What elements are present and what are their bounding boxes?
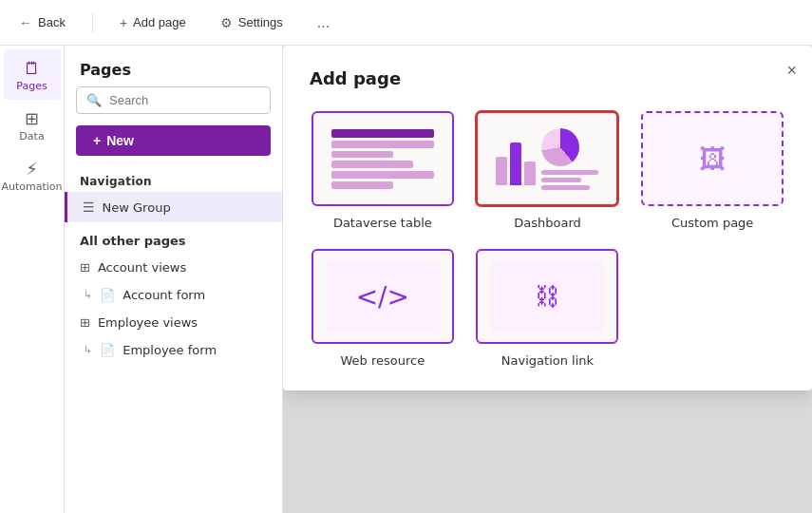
navlink-visual: ⛓ <box>490 261 604 332</box>
sidebar-item-data[interactable]: ⊞ Data <box>4 100 61 150</box>
dash-line-2 <box>541 178 581 182</box>
page-item-account-views[interactable]: ⊞ Account views <box>65 254 282 281</box>
settings-button[interactable]: ⚙ Settings <box>213 11 291 34</box>
back-button[interactable]: ← Back <box>11 11 73 34</box>
card-navlink-img: ⛓ <box>476 249 618 344</box>
sidebar-icons: 🗒 Pages ⊞ Data ⚡ Automation <box>0 46 65 513</box>
bar-3 <box>524 162 536 185</box>
dash-line-3 <box>541 185 590 190</box>
dv-row-4 <box>331 171 434 179</box>
grid-icon-1: ⊞ <box>80 260 90 275</box>
card-navlink-label: Navigation link <box>501 353 594 368</box>
new-button[interactable]: + New <box>76 125 271 156</box>
new-button-label: New <box>106 133 134 148</box>
search-input[interactable] <box>109 93 260 107</box>
modal-overlay: Add page × <box>283 46 812 513</box>
new-group-label: New Group <box>103 200 171 215</box>
separator <box>92 13 93 32</box>
pages-panel-title: Pages <box>65 46 282 86</box>
dash-lines <box>541 170 598 190</box>
custom-icon: 🖼 <box>699 143 726 175</box>
add-page-button[interactable]: + Add page <box>112 11 194 34</box>
card-dataverse-label: Dataverse table <box>333 216 432 230</box>
dv-row-1 <box>331 141 434 148</box>
card-web-img: </> <box>312 249 454 344</box>
gear-icon: ⚙ <box>220 15 233 30</box>
dv-row-5 <box>331 181 393 189</box>
page-item-employee-form[interactable]: ↳ 📄 Employee form <box>65 336 282 364</box>
top-bar: ← Back + Add page ⚙ Settings ... <box>0 0 812 46</box>
content-area: ☰ Add page × <box>283 46 812 513</box>
doc-icon-1: 📄 <box>100 288 115 302</box>
navlink-icon: ⛓ <box>535 282 559 311</box>
web-code-icon: </> <box>356 281 409 313</box>
grid-icon-2: ⊞ <box>80 315 90 330</box>
card-custom-label: Custom page <box>671 216 753 230</box>
dash-bars <box>496 133 536 185</box>
new-group-item[interactable]: ☰ New Group <box>65 192 282 222</box>
card-web-label: Web resource <box>340 353 425 368</box>
data-icon: ⊞ <box>22 107 43 128</box>
page-item-account-form[interactable]: ↳ 📄 Account form <box>65 281 282 309</box>
add-page-label: Add page <box>133 15 186 29</box>
web-visual: </> <box>326 261 440 332</box>
settings-label: Settings <box>238 15 283 29</box>
sub-icon-2: ↳ <box>84 344 92 356</box>
automation-icon: ⚡ <box>22 158 43 179</box>
employee-views-label: Employee views <box>98 315 198 330</box>
dash-visual <box>490 124 604 195</box>
account-form-label: Account form <box>123 288 205 302</box>
all-pages-label: All other pages <box>65 222 282 254</box>
card-web-resource[interactable]: </> Web resource <box>310 249 456 368</box>
card-custom-page[interactable]: 🖼 Custom page <box>639 111 785 230</box>
card-custom-img: 🖼 <box>641 111 784 206</box>
dv-row-2 <box>331 151 393 159</box>
card-nav-link[interactable]: ⛓ Navigation link <box>475 249 621 368</box>
employee-form-label: Employee form <box>123 343 217 357</box>
card-dataverse-img <box>312 111 454 206</box>
navigation-section-label: Navigation <box>65 167 282 192</box>
dv-table-visual <box>326 124 440 195</box>
card-dashboard[interactable]: Dashboard <box>475 111 621 230</box>
account-views-label: Account views <box>98 260 186 275</box>
sub-icon-1: ↳ <box>84 289 92 301</box>
modal-close-button[interactable]: × <box>786 61 797 81</box>
modal-grid: Dataverse table <box>310 111 785 368</box>
search-box[interactable]: 🔍 <box>76 86 271 114</box>
dash-line-1 <box>541 170 598 175</box>
back-label: Back <box>38 15 66 29</box>
pages-icon: 🗒 <box>22 57 43 78</box>
sidebar-item-pages[interactable]: 🗒 Pages <box>4 49 61 100</box>
modal-title: Add page <box>310 68 785 88</box>
dv-row-3 <box>331 161 413 168</box>
card-dashboard-label: Dashboard <box>514 216 581 230</box>
sidebar-automation-label: Automation <box>1 180 62 193</box>
search-icon: 🔍 <box>86 93 102 107</box>
list-icon: ☰ <box>83 200 95 215</box>
back-icon: ← <box>19 15 32 30</box>
new-plus-icon: + <box>93 133 101 148</box>
dash-pie <box>541 128 579 166</box>
pages-panel: Pages 🔍 + New Navigation ☰ New Group All… <box>65 46 283 513</box>
main-area: 🗒 Pages ⊞ Data ⚡ Automation Pages 🔍 + Ne… <box>0 46 812 513</box>
plus-icon: + <box>120 15 127 30</box>
sidebar-item-automation[interactable]: ⚡ Automation <box>4 150 61 200</box>
dv-row-header <box>331 129 434 139</box>
sidebar-pages-label: Pages <box>16 80 47 92</box>
bar-1 <box>496 157 507 185</box>
bar-2 <box>510 142 521 185</box>
card-dashboard-img <box>476 111 618 206</box>
page-item-employee-views[interactable]: ⊞ Employee views <box>65 309 282 336</box>
custom-visual: 🖼 <box>655 124 769 195</box>
doc-icon-2: 📄 <box>100 343 115 357</box>
card-dataverse-table[interactable]: Dataverse table <box>310 111 456 230</box>
add-page-modal: Add page × <box>283 46 812 390</box>
sidebar-data-label: Data <box>19 130 44 142</box>
more-button[interactable]: ... <box>310 10 337 35</box>
